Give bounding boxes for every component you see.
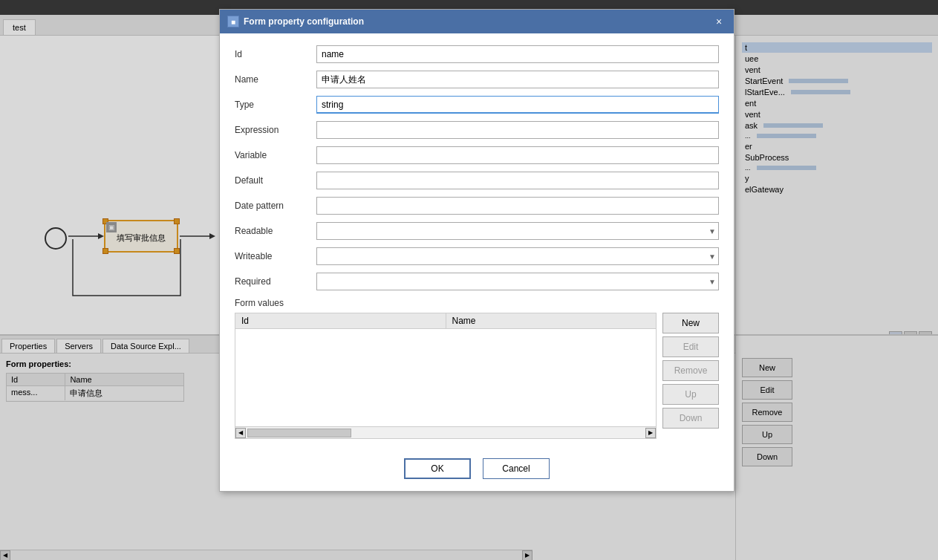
- form-values-buttons: New Edit Remove Up Down: [662, 313, 719, 439]
- writeable-select-wrapper: ▼: [316, 247, 719, 265]
- writeable-row: Writeable ▼: [235, 247, 719, 265]
- date-pattern-input[interactable]: [316, 197, 719, 215]
- name-label: Name: [235, 74, 316, 85]
- id-input[interactable]: [316, 45, 719, 63]
- default-row: Default: [235, 172, 719, 189]
- default-input[interactable]: [316, 172, 719, 189]
- expression-label: Expression: [235, 125, 316, 135]
- modal-title-icon: ■: [227, 16, 239, 27]
- id-row: Id: [235, 45, 719, 63]
- form-values-section: Form values Id Name ◀: [235, 298, 719, 439]
- modal-body: Id Name Type Expression Variable: [220, 33, 734, 451]
- fvt-col-name: Name: [446, 313, 657, 328]
- readable-label: Readable: [235, 226, 316, 236]
- ok-button[interactable]: OK: [404, 458, 471, 479]
- fv-down-button[interactable]: Down: [662, 408, 719, 429]
- table-scrollbar: ◀ ▶: [235, 426, 656, 438]
- form-values-container: Id Name ◀ ▶ New: [235, 313, 719, 439]
- fv-up-button[interactable]: Up: [662, 384, 719, 405]
- modal-titlebar: ■ Form property configuration ×: [220, 10, 734, 33]
- type-label: Type: [235, 100, 316, 110]
- writeable-label: Writeable: [235, 251, 316, 261]
- fv-new-button[interactable]: New: [662, 313, 719, 333]
- readable-select-wrapper: ▼: [316, 222, 719, 240]
- required-row: Required ▼: [235, 273, 719, 290]
- scroll-right-btn[interactable]: ▶: [645, 428, 656, 438]
- variable-label: Variable: [235, 150, 316, 160]
- default-label: Default: [235, 175, 316, 186]
- name-row: Name: [235, 71, 719, 88]
- fvt-body: [235, 329, 656, 426]
- date-pattern-label: Date pattern: [235, 201, 316, 211]
- expression-input[interactable]: [316, 121, 719, 139]
- required-label: Required: [235, 276, 316, 287]
- expression-row: Expression: [235, 121, 719, 139]
- readable-select[interactable]: [316, 222, 719, 240]
- modal-overlay: ■ Form property configuration × Id Name …: [0, 0, 938, 560]
- variable-input[interactable]: [316, 146, 719, 164]
- writeable-select[interactable]: [316, 247, 719, 265]
- fvt-col-id: Id: [235, 313, 446, 328]
- readable-row: Readable ▼: [235, 222, 719, 240]
- form-values-label: Form values: [235, 298, 719, 308]
- form-values-table: Id Name ◀ ▶: [235, 313, 657, 439]
- fv-edit-button[interactable]: Edit: [662, 336, 719, 357]
- fv-remove-button[interactable]: Remove: [662, 360, 719, 381]
- required-select-wrapper: ▼: [316, 273, 719, 290]
- required-select[interactable]: [316, 273, 719, 290]
- form-property-dialog: ■ Form property configuration × Id Name …: [219, 9, 735, 492]
- modal-close-button[interactable]: ×: [711, 14, 726, 29]
- date-pattern-row: Date pattern: [235, 197, 719, 215]
- type-input[interactable]: [316, 96, 719, 114]
- variable-row: Variable: [235, 146, 719, 164]
- scroll-left-btn[interactable]: ◀: [235, 428, 246, 438]
- cancel-button[interactable]: Cancel: [483, 458, 550, 479]
- fvt-header: Id Name: [235, 313, 656, 329]
- id-label: Id: [235, 49, 316, 59]
- modal-footer: OK Cancel: [220, 451, 734, 491]
- type-row: Type: [235, 96, 719, 114]
- scroll-thumb[interactable]: [247, 429, 351, 437]
- name-input[interactable]: [316, 71, 719, 88]
- modal-title: ■ Form property configuration: [227, 16, 364, 27]
